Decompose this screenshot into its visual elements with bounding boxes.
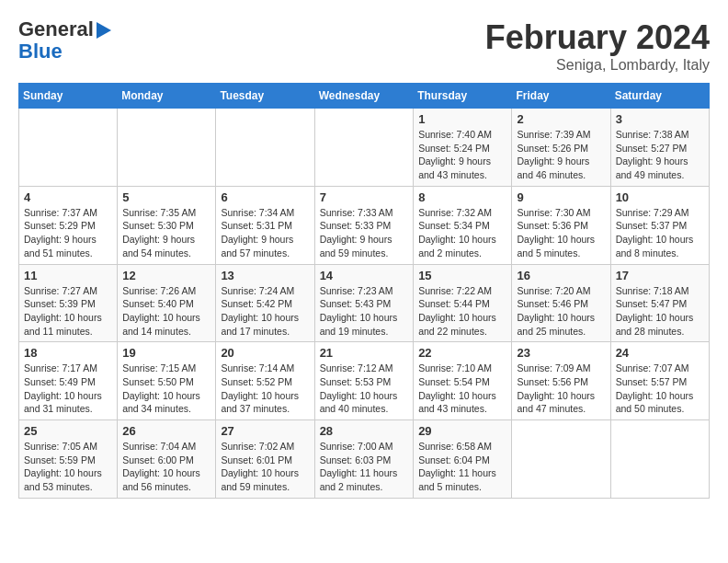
day-cell: 15Sunrise: 7:22 AMSunset: 5:44 PMDayligh… xyxy=(414,264,512,342)
day-number: 17 xyxy=(616,269,704,282)
day-cell: 16Sunrise: 7:20 AMSunset: 5:46 PMDayligh… xyxy=(512,264,610,342)
day-info: Sunrise: 7:26 AMSunset: 5:40 PMDaylight:… xyxy=(122,284,210,339)
month-title: February 2024 xyxy=(485,18,710,57)
day-cell: 26Sunrise: 7:04 AMSunset: 6:00 PMDayligh… xyxy=(118,420,216,499)
day-info: Sunrise: 7:32 AMSunset: 5:34 PMDaylight:… xyxy=(418,206,506,260)
day-info: Sunrise: 7:04 AMSunset: 6:00 PMDaylight:… xyxy=(122,440,210,494)
calendar-table: Sunday Monday Tuesday Wednesday Thursday… xyxy=(18,83,710,499)
day-number: 21 xyxy=(320,346,409,360)
day-cell: 13Sunrise: 7:24 AMSunset: 5:42 PMDayligh… xyxy=(216,264,314,342)
day-number: 20 xyxy=(221,346,309,360)
day-info: Sunrise: 7:14 AMSunset: 5:52 PMDaylight:… xyxy=(221,362,309,416)
day-cell: 11Sunrise: 7:27 AMSunset: 5:39 PMDayligh… xyxy=(19,264,118,342)
day-number: 3 xyxy=(616,112,704,126)
day-info: Sunrise: 7:35 AMSunset: 5:30 PMDaylight:… xyxy=(122,206,210,260)
day-cell: 7Sunrise: 7:33 AMSunset: 5:33 PMDaylight… xyxy=(314,186,414,264)
day-info: Sunrise: 7:23 AMSunset: 5:43 PMDaylight:… xyxy=(320,284,409,339)
week-row-1: 1Sunrise: 7:40 AMSunset: 5:24 PMDaylight… xyxy=(19,109,710,187)
day-info: Sunrise: 7:20 AMSunset: 5:46 PMDaylight:… xyxy=(517,284,605,339)
calendar-body: 1Sunrise: 7:40 AMSunset: 5:24 PMDaylight… xyxy=(19,109,710,499)
day-cell: 23Sunrise: 7:09 AMSunset: 5:56 PMDayligh… xyxy=(512,342,610,420)
day-number: 24 xyxy=(616,346,704,360)
day-number: 14 xyxy=(320,269,409,282)
day-cell: 1Sunrise: 7:40 AMSunset: 5:24 PMDaylight… xyxy=(414,109,512,187)
day-cell: 10Sunrise: 7:29 AMSunset: 5:37 PMDayligh… xyxy=(610,186,709,264)
day-info: Sunrise: 7:05 AMSunset: 5:59 PMDaylight:… xyxy=(24,440,112,494)
day-info: Sunrise: 7:38 AMSunset: 5:27 PMDaylight:… xyxy=(616,128,704,182)
day-info: Sunrise: 7:37 AMSunset: 5:29 PMDaylight:… xyxy=(24,206,112,260)
logo: General Blue xyxy=(18,18,111,63)
day-number: 1 xyxy=(418,112,506,126)
logo-text-general: General xyxy=(18,18,111,40)
day-cell xyxy=(512,420,610,499)
day-cell: 20Sunrise: 7:14 AMSunset: 5:52 PMDayligh… xyxy=(216,342,314,420)
title-section: February 2024 Seniga, Lombardy, Italy xyxy=(485,18,710,74)
day-info: Sunrise: 7:24 AMSunset: 5:42 PMDaylight:… xyxy=(221,284,309,339)
header-wednesday: Wednesday xyxy=(314,84,414,109)
day-cell: 22Sunrise: 7:10 AMSunset: 5:54 PMDayligh… xyxy=(414,342,512,420)
week-row-2: 4Sunrise: 7:37 AMSunset: 5:29 PMDaylight… xyxy=(19,186,710,264)
header-monday: Monday xyxy=(118,84,216,109)
day-info: Sunrise: 7:34 AMSunset: 5:31 PMDaylight:… xyxy=(221,206,309,260)
day-cell xyxy=(216,109,314,187)
day-info: Sunrise: 7:15 AMSunset: 5:50 PMDaylight:… xyxy=(122,362,210,416)
day-number: 18 xyxy=(24,346,112,360)
header: General Blue February 2024 Seniga, Lomba… xyxy=(18,18,710,74)
day-info: Sunrise: 7:10 AMSunset: 5:54 PMDaylight:… xyxy=(418,362,506,416)
day-info: Sunrise: 7:17 AMSunset: 5:49 PMDaylight:… xyxy=(24,362,112,416)
header-tuesday: Tuesday xyxy=(216,84,314,109)
day-cell: 6Sunrise: 7:34 AMSunset: 5:31 PMDaylight… xyxy=(216,186,314,264)
week-row-4: 18Sunrise: 7:17 AMSunset: 5:49 PMDayligh… xyxy=(19,342,710,420)
header-friday: Friday xyxy=(512,84,610,109)
day-cell: 28Sunrise: 7:00 AMSunset: 6:03 PMDayligh… xyxy=(314,420,414,499)
day-cell: 29Sunrise: 6:58 AMSunset: 6:04 PMDayligh… xyxy=(414,420,512,499)
day-number: 28 xyxy=(320,424,409,438)
day-number: 27 xyxy=(221,424,309,438)
day-cell: 21Sunrise: 7:12 AMSunset: 5:53 PMDayligh… xyxy=(314,342,414,420)
day-number: 8 xyxy=(418,190,506,204)
day-cell: 8Sunrise: 7:32 AMSunset: 5:34 PMDaylight… xyxy=(414,186,512,264)
day-cell xyxy=(610,420,709,499)
day-cell: 18Sunrise: 7:17 AMSunset: 5:49 PMDayligh… xyxy=(19,342,118,420)
day-number: 12 xyxy=(122,269,210,282)
location-title: Seniga, Lombardy, Italy xyxy=(485,57,710,74)
day-cell xyxy=(19,109,118,187)
day-info: Sunrise: 7:39 AMSunset: 5:26 PMDaylight:… xyxy=(517,128,605,182)
day-number: 7 xyxy=(320,190,409,204)
day-number: 13 xyxy=(221,269,309,282)
day-cell: 24Sunrise: 7:07 AMSunset: 5:57 PMDayligh… xyxy=(610,342,709,420)
day-number: 26 xyxy=(122,424,210,438)
logo-text-blue: Blue xyxy=(18,40,63,63)
calendar-header: Sunday Monday Tuesday Wednesday Thursday… xyxy=(19,84,710,109)
day-number: 23 xyxy=(517,346,605,360)
day-cell xyxy=(314,109,414,187)
day-info: Sunrise: 7:27 AMSunset: 5:39 PMDaylight:… xyxy=(24,284,112,339)
day-info: Sunrise: 7:00 AMSunset: 6:03 PMDaylight:… xyxy=(320,440,409,494)
day-info: Sunrise: 7:12 AMSunset: 5:53 PMDaylight:… xyxy=(320,362,409,416)
day-info: Sunrise: 7:22 AMSunset: 5:44 PMDaylight:… xyxy=(418,284,506,339)
day-info: Sunrise: 7:07 AMSunset: 5:57 PMDaylight:… xyxy=(616,362,704,416)
day-number: 11 xyxy=(24,269,112,282)
day-number: 29 xyxy=(418,424,506,438)
day-number: 4 xyxy=(24,190,112,204)
day-cell: 17Sunrise: 7:18 AMSunset: 5:47 PMDayligh… xyxy=(610,264,709,342)
day-info: Sunrise: 7:29 AMSunset: 5:37 PMDaylight:… xyxy=(616,206,704,260)
day-number: 9 xyxy=(517,190,605,204)
day-info: Sunrise: 6:58 AMSunset: 6:04 PMDaylight:… xyxy=(418,440,506,494)
week-row-3: 11Sunrise: 7:27 AMSunset: 5:39 PMDayligh… xyxy=(19,264,710,342)
day-number: 25 xyxy=(24,424,112,438)
day-cell: 27Sunrise: 7:02 AMSunset: 6:01 PMDayligh… xyxy=(216,420,314,499)
day-number: 10 xyxy=(616,190,704,204)
weekday-header-row: Sunday Monday Tuesday Wednesday Thursday… xyxy=(19,84,710,109)
header-thursday: Thursday xyxy=(414,84,512,109)
day-info: Sunrise: 7:33 AMSunset: 5:33 PMDaylight:… xyxy=(320,206,409,260)
day-cell: 2Sunrise: 7:39 AMSunset: 5:26 PMDaylight… xyxy=(512,109,610,187)
day-info: Sunrise: 7:30 AMSunset: 5:36 PMDaylight:… xyxy=(517,206,605,260)
day-cell: 4Sunrise: 7:37 AMSunset: 5:29 PMDaylight… xyxy=(19,186,118,264)
day-cell: 12Sunrise: 7:26 AMSunset: 5:40 PMDayligh… xyxy=(118,264,216,342)
header-sunday: Sunday xyxy=(19,84,118,109)
day-number: 19 xyxy=(122,346,210,360)
day-cell: 19Sunrise: 7:15 AMSunset: 5:50 PMDayligh… xyxy=(118,342,216,420)
day-cell: 3Sunrise: 7:38 AMSunset: 5:27 PMDaylight… xyxy=(610,109,709,187)
day-cell: 9Sunrise: 7:30 AMSunset: 5:36 PMDaylight… xyxy=(512,186,610,264)
